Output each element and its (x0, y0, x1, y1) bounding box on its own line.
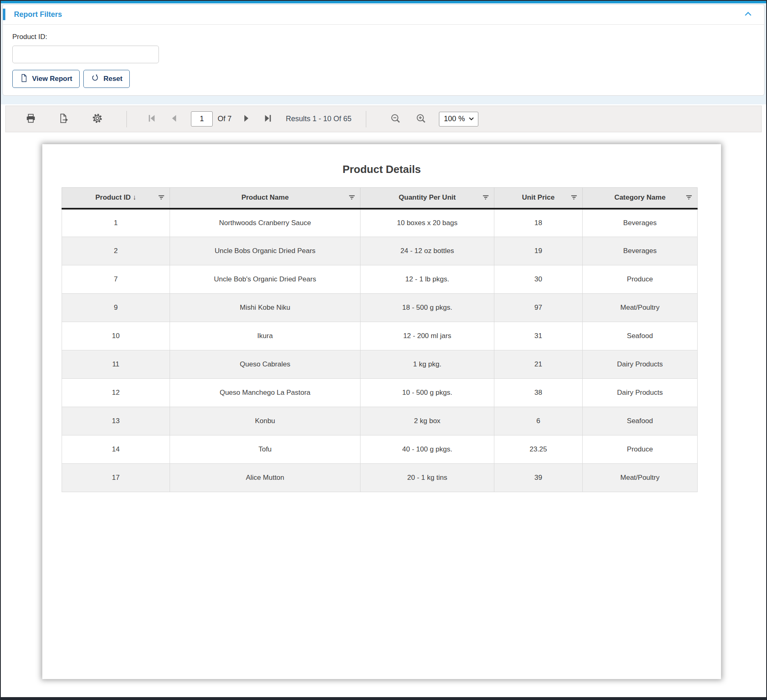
product-id-label: Product ID: (12, 33, 755, 41)
chevron-up-icon (742, 9, 754, 20)
zoom-out-button[interactable] (389, 113, 402, 126)
table-cell: Beverages (583, 237, 698, 265)
report-page: Product Details Product ID↓ Product Name (42, 144, 721, 679)
table-row: 17Alice Mutton20 - 1 kg tins39Meat/Poult… (62, 464, 698, 492)
table-cell: 11 (62, 350, 170, 379)
table-header-row: Product ID↓ Product Name Quantity Per Un… (62, 188, 698, 209)
zoom-in-button[interactable] (414, 113, 427, 126)
table-row: 2Uncle Bobs Organic Dried Pears24 - 12 o… (62, 237, 698, 265)
table-row: 14Tofu40 - 100 g pkgs.23.25Produce (62, 435, 698, 464)
table-cell: 40 - 100 g pkgs. (361, 435, 494, 464)
table-cell: 10 - 500 g pkgs. (361, 379, 494, 407)
table-cell: 30 (494, 265, 583, 294)
table-cell: 2 kg box (361, 407, 494, 435)
reset-button[interactable]: Reset (83, 70, 130, 88)
table-cell: 17 (62, 464, 170, 492)
print-button[interactable] (24, 113, 37, 126)
filter-icon[interactable] (482, 196, 489, 200)
table-cell: Tofu (170, 435, 361, 464)
table-cell: 10 boxes x 20 bags (361, 209, 494, 237)
report-toolbar: Of 7 Results 1 - 10 Of 65 100 % (5, 106, 762, 132)
filter-icon[interactable] (571, 196, 577, 200)
filter-icon[interactable] (686, 196, 692, 200)
collapse-filters-button[interactable] (741, 8, 755, 21)
table-cell: 39 (494, 464, 583, 492)
table-cell: 6 (494, 407, 583, 435)
first-page-button[interactable] (145, 113, 158, 126)
table-row: 11Queso Cabrales1 kg pkg.21Dairy Product… (62, 350, 698, 379)
zoom-in-icon (416, 113, 427, 125)
column-header-unit-price[interactable]: Unit Price (494, 188, 583, 209)
last-page-icon (262, 113, 273, 125)
view-report-label: View Report (32, 75, 72, 83)
report-canvas: Product Details Product ID↓ Product Name (1, 132, 766, 697)
column-header-quantity-per-unit[interactable]: Quantity Per Unit (361, 188, 494, 209)
zoom-level-value: 100 % (444, 115, 465, 123)
table-cell: 14 (62, 435, 170, 464)
settings-button[interactable] (91, 113, 104, 126)
table-cell: Produce (583, 265, 698, 294)
table-cell: 12 - 1 lb pkgs. (361, 265, 494, 294)
table-row: 10Ikura12 - 200 ml jars31Seafood (62, 322, 698, 350)
results-count-label: Results 1 - 10 Of 65 (286, 115, 351, 123)
page-number-input[interactable] (191, 111, 213, 127)
export-button[interactable] (57, 113, 70, 126)
filter-icon[interactable] (158, 196, 164, 200)
sort-descending-arrow: ↓ (133, 193, 136, 201)
table-cell: 97 (494, 294, 583, 322)
page-count-label: Of 7 (218, 115, 232, 123)
product-id-input[interactable] (12, 46, 159, 63)
document-icon (20, 74, 28, 85)
report-filters-title: Report Filters (14, 10, 62, 19)
column-header-category-name[interactable]: Category Name (583, 188, 698, 209)
zoom-out-icon (390, 113, 401, 125)
column-header-product-id[interactable]: Product ID↓ (62, 188, 170, 209)
table-cell: Uncle Bob's Organic Dried Pears (170, 265, 361, 294)
column-header-label: Quantity Per Unit (399, 193, 456, 201)
table-cell: Meat/Poultry (583, 294, 698, 322)
refresh-icon (91, 74, 99, 84)
column-header-product-name[interactable]: Product Name (170, 188, 361, 209)
report-viewer: Report Filters Product ID: View Report (0, 0, 767, 700)
table-cell: 13 (62, 407, 170, 435)
table-cell: Queso Manchego La Pastora (170, 379, 361, 407)
product-details-table: Product ID↓ Product Name Quantity Per Un… (62, 187, 698, 492)
table-row: 7Uncle Bob's Organic Dried Pears12 - 1 l… (62, 265, 698, 294)
table-row: 13Konbu2 kg box6Seafood (62, 407, 698, 435)
table-cell: 18 - 500 g pkgs. (361, 294, 494, 322)
column-header-label: Product Name (241, 193, 289, 201)
table-cell: 20 - 1 kg tins (361, 464, 494, 492)
previous-page-button[interactable] (168, 113, 181, 126)
filter-icon[interactable] (349, 196, 355, 200)
dropdown-chevron-icon (468, 115, 474, 123)
table-cell: 23.25 (494, 435, 583, 464)
reset-label: Reset (103, 75, 122, 83)
table-cell: 12 (62, 379, 170, 407)
table-cell: 2 (62, 237, 170, 265)
table-cell: Konbu (170, 407, 361, 435)
toolbar-divider (126, 111, 127, 127)
report-title: Product Details (42, 144, 721, 176)
last-page-button[interactable] (261, 113, 274, 126)
first-page-icon (147, 113, 157, 125)
table-row: 1Northwoods Cranberry Sauce10 boxes x 20… (62, 209, 698, 237)
report-filters-panel: Report Filters Product ID: View Report (2, 4, 765, 96)
export-icon (58, 113, 69, 125)
table-cell: Produce (583, 435, 698, 464)
table-cell: Ikura (170, 322, 361, 350)
table-row: 9Mishi Kobe Niku18 - 500 g pkgs.97Meat/P… (62, 294, 698, 322)
table-cell: 24 - 12 oz bottles (361, 237, 494, 265)
view-report-button[interactable]: View Report (12, 70, 80, 88)
table-cell: Uncle Bobs Organic Dried Pears (170, 237, 361, 265)
table-cell: 1 kg pkg. (361, 350, 494, 379)
table-cell: 19 (494, 237, 583, 265)
zoom-level-select[interactable]: 100 % (439, 112, 478, 127)
title-accent-bar (3, 9, 5, 20)
table-cell: 12 - 200 ml jars (361, 322, 494, 350)
next-page-button[interactable] (240, 113, 253, 126)
table-cell: 38 (494, 379, 583, 407)
table-cell: Dairy Products (583, 350, 698, 379)
report-filters-body: Product ID: View Report Reset (3, 25, 764, 88)
top-accent-bar (1, 1, 766, 3)
table-cell: Queso Cabrales (170, 350, 361, 379)
